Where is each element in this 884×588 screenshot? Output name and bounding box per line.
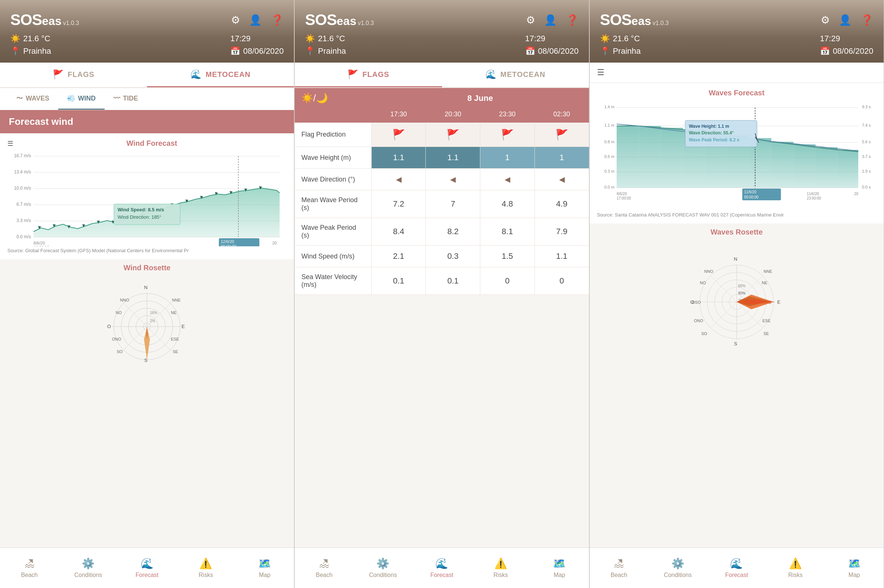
chart-menu-icon[interactable]: ☰ (8, 140, 13, 148)
bottom-nav-conditions-2[interactable]: ⚙️ Conditions (354, 548, 413, 588)
flag-val-1: 🚩 (371, 123, 426, 147)
calendar-icon: 📅 (230, 46, 240, 56)
section-title: Forecast wind (9, 116, 73, 127)
risks-nav-label-2: Risks (494, 572, 508, 578)
wind-speed-val-3: 1.5 (480, 246, 535, 267)
bottom-nav-risks-2[interactable]: ⚠️ Risks (471, 548, 530, 588)
tab-flags-2[interactable]: 🚩 FLAGS (295, 63, 442, 87)
beach-nav-label-3: Beach (611, 572, 627, 578)
bottom-nav-forecast-1[interactable]: 🌊 Forecast (117, 548, 176, 588)
svg-text:23:00:00: 23:00:00 (807, 196, 821, 200)
user-icon-3[interactable]: 👤 (839, 14, 852, 26)
wave-dir-arrow-3: ◀ (504, 175, 510, 183)
wind-speed-val-4: 1.1 (534, 246, 589, 267)
settings-icon-3[interactable]: ⚙ (821, 14, 830, 26)
bottom-nav-map-3[interactable]: 🗺️ Map (825, 548, 884, 588)
panel-2: SOS eas v1.0.3 ⚙ 👤 ❓ ☀️ 21.6 °C (295, 0, 589, 588)
calendar-icon-3: 📅 (820, 46, 830, 56)
waves-chart-title: Waves Forecast (709, 89, 765, 97)
bottom-nav-forecast-3[interactable]: 🌊 Forecast (707, 548, 766, 588)
bottom-nav-beach-3[interactable]: 🏖 Beach (590, 548, 648, 588)
time-2: 17:29 (525, 34, 545, 44)
svg-text:NNE: NNE (764, 269, 772, 274)
sea-velocity-val-1: 0.1 (371, 267, 426, 295)
svg-text:▲: ▲ (228, 190, 234, 196)
svg-text:11/6/20: 11/6/20 (744, 190, 756, 194)
svg-text:NO: NO (700, 280, 706, 285)
sub-tab-waves[interactable]: 〜 WAVES (8, 88, 58, 110)
table-row-wave-dir: Wave Direction (°) ◀ ◀ ◀ ◀ (295, 169, 588, 190)
svg-text:Wave Direction: 55.4°: Wave Direction: 55.4° (689, 130, 734, 135)
bottom-nav-beach-1[interactable]: 🏖 Beach (0, 548, 59, 588)
svg-rect-81 (661, 128, 683, 188)
tab-flags-label: FLAGS (68, 70, 95, 79)
sub-tab-wind[interactable]: 💨 WIND (58, 88, 105, 110)
waves-sub-label: WAVES (26, 94, 50, 102)
peak-period-val-3: 8.1 (480, 218, 535, 246)
svg-text:ESE: ESE (171, 337, 179, 341)
svg-text:▲: ▲ (257, 185, 263, 192)
svg-text:16.7 m/s: 16.7 m/s (14, 153, 31, 158)
header-2: SOS eas v1.0.3 ⚙ 👤 ❓ ☀️ 21.6 °C (295, 0, 588, 63)
risks-nav-label: Risks (198, 572, 213, 578)
sun-icon: ☀️ (10, 34, 20, 44)
help-icon[interactable]: ❓ (271, 14, 284, 26)
header-info-right-3: 17:29 📅 08/06/2020 (820, 34, 873, 56)
settings-icon[interactable]: ⚙ (231, 14, 240, 26)
svg-text:▲: ▲ (95, 219, 101, 226)
wind-sub-icon: 💨 (67, 94, 75, 102)
waves-rosette-title: Waves Rosette (590, 224, 884, 239)
wave-dir-val-4: ◀ (534, 169, 589, 190)
wind-sub-label: WIND (78, 94, 96, 102)
tab-flags-1[interactable]: 🚩 FLAGS (0, 63, 147, 87)
svg-text:5.6 s: 5.6 s (862, 140, 871, 144)
settings-icon-2[interactable]: ⚙ (526, 14, 535, 26)
bottom-nav-map-2[interactable]: 🗺️ Map (530, 548, 589, 588)
bottom-nav-beach-2[interactable]: 🏖 Beach (295, 548, 354, 588)
mean-period-val-3: 4.8 (480, 190, 535, 218)
bottom-nav-forecast-2[interactable]: 🌊 Forecast (413, 548, 471, 588)
tab-metocean-1[interactable]: 🌊 METOCEAN (147, 63, 294, 87)
svg-text:6.7 m/s: 6.7 m/s (17, 202, 31, 207)
waves-hamburger-icon[interactable]: ☰ (597, 68, 605, 77)
svg-text:1.1 m: 1.1 m (604, 123, 614, 128)
tab-metocean-label: METOCEAN (206, 70, 251, 79)
logo-sos: SOS (10, 11, 42, 29)
tab-metocean-2[interactable]: 🌊 METOCEAN (442, 63, 589, 87)
flag-tab-icon-2: 🚩 (347, 69, 359, 80)
header-info-right-2: 17:29 📅 08/06/2020 (525, 34, 579, 56)
svg-text:20: 20 (272, 241, 277, 245)
sub-tab-tide[interactable]: 〰 TIDE (105, 88, 147, 110)
svg-text:NE: NE (171, 310, 176, 315)
svg-text:0.0 m: 0.0 m (604, 185, 614, 189)
logo-2: SOS eas v1.0.3 (305, 11, 374, 29)
bottom-nav-map-1[interactable]: 🗺️ Map (236, 548, 294, 588)
svg-text:40%: 40% (738, 291, 746, 295)
time-col-2: 20:30 (426, 108, 480, 123)
wind-speed-label: Wind Speed (m/s) (295, 246, 371, 267)
svg-text:17:00:00: 17:00:00 (617, 196, 631, 200)
time: 17:29 (230, 34, 251, 44)
flags-content: ☀️/🌙 8 June 17:30 20:30 23:30 02:30 (295, 88, 588, 548)
help-icon-3[interactable]: ❓ (860, 14, 873, 26)
wind-chart-container: ☰ Wind Forecast 16.7 m/s 13.4 m/s 10.0 m… (0, 133, 294, 259)
mean-period-label: Mean Wave Period(s) (295, 190, 371, 218)
header-info-left-3: ☀️ 21.6 °C 📍 Prainha (600, 34, 641, 56)
forecast-nav-label-2: Forecast (430, 572, 453, 578)
wind-chart-svg-wrap: 16.7 m/s 13.4 m/s 10.0 m/s 6.7 m/s 3.3 m… (8, 151, 287, 246)
user-icon-2[interactable]: 👤 (544, 14, 557, 26)
bottom-nav-conditions-1[interactable]: ⚙️ Conditions (59, 548, 118, 588)
map-nav-label-3: Map (849, 572, 860, 578)
bottom-nav-risks-1[interactable]: ⚠️ Risks (176, 548, 236, 588)
user-icon[interactable]: 👤 (249, 14, 262, 26)
time-col-1: 17:30 (371, 108, 426, 123)
empty-time-header (295, 108, 371, 123)
svg-text:0.3 m: 0.3 m (604, 169, 614, 173)
conditions-nav-icon-3: ⚙️ (671, 558, 684, 570)
svg-text:OSO: OSO (692, 300, 701, 304)
svg-text:N: N (144, 285, 147, 290)
bottom-nav-risks-3[interactable]: ⚠️ Risks (766, 548, 825, 588)
tab-metocean-label-2: METOCEAN (501, 70, 545, 79)
help-icon-2[interactable]: ❓ (566, 14, 579, 26)
bottom-nav-conditions-3[interactable]: ⚙️ Conditions (648, 548, 707, 588)
